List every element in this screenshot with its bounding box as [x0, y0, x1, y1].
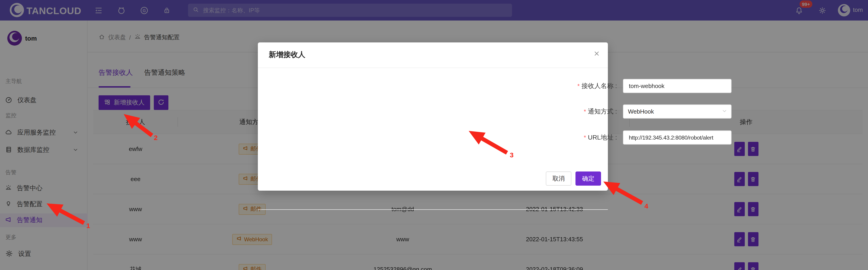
- required-asterisk: *: [577, 82, 580, 89]
- form-row-name: *接收人名称 :: [258, 79, 608, 93]
- modal-footer-divider: [258, 209, 608, 210]
- field-label-method: *通知方式 :: [258, 107, 617, 115]
- modal-close-icon[interactable]: [593, 50, 600, 59]
- field-label-name: *接收人名称 :: [258, 82, 617, 90]
- required-asterisk: *: [584, 134, 586, 141]
- modal-title: 新增接收人: [269, 50, 305, 60]
- required-asterisk: *: [584, 108, 586, 115]
- app-root: TANCLOUD G 99+ tom tom 主导航 仪表盘 监控 应用服务监控: [0, 0, 868, 270]
- webhook-url-input[interactable]: [628, 134, 726, 141]
- select-chevron-icon: [722, 108, 727, 115]
- form-row-url: *URL地址 :: [258, 130, 608, 144]
- receiver-name-input[interactable]: [628, 82, 726, 90]
- cancel-button[interactable]: 取消: [546, 171, 571, 185]
- form-row-method: *通知方式 : WebHook: [258, 104, 608, 119]
- notify-method-value: WebHook: [628, 108, 654, 115]
- modal-header-divider: [258, 67, 608, 68]
- notify-method-select[interactable]: WebHook: [623, 104, 732, 119]
- webhook-url-field[interactable]: [623, 130, 732, 144]
- add-receiver-modal: 新增接收人 *接收人名称 : *通知方式 : WebHook *URL地址 :: [258, 42, 608, 191]
- receiver-name-field[interactable]: [623, 79, 732, 93]
- field-label-url: *URL地址 :: [258, 133, 617, 142]
- confirm-button[interactable]: 确定: [576, 171, 601, 185]
